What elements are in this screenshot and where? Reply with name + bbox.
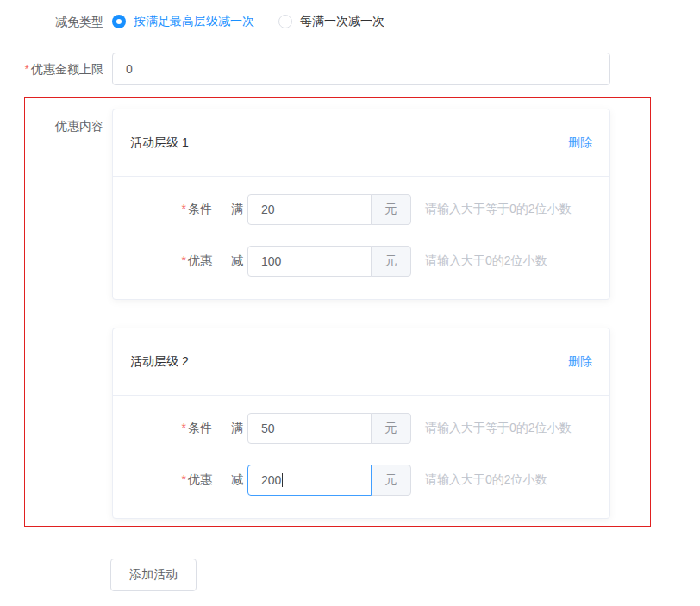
discount-row: *优惠 减 100 元 请输入大于0的2位小数 [130, 246, 592, 277]
input-hint: 请输入大于等于0的2位小数 [425, 421, 572, 436]
condition-label: *条件 [130, 202, 212, 217]
input-hint: 请输入大于0的2位小数 [425, 472, 547, 488]
reduction-type-row: 减免类型 按满足最高层级减一次 每满一次减一次 [0, 13, 700, 30]
discount-amount-input-focused[interactable]: 200 [247, 465, 372, 496]
discount-prefix: 减 [231, 253, 243, 269]
reduction-type-label: 减免类型 [0, 13, 103, 30]
condition-prefix: 满 [231, 202, 243, 217]
required-asterisk: * [25, 62, 29, 76]
required-asterisk: * [182, 421, 186, 434]
max-discount-input[interactable]: 0 [112, 53, 610, 85]
text-cursor [282, 473, 283, 487]
unit-yuan-addon: 元 [371, 194, 411, 225]
required-asterisk: * [182, 202, 186, 216]
tier-title: 活动层级 2 [130, 354, 189, 370]
radio-option-every-time[interactable]: 每满一次减一次 [278, 14, 384, 29]
discount-content-section: 优惠内容 活动层级 1 删除 *条件 满 20 元 [24, 97, 651, 527]
delete-tier-link[interactable]: 删除 [568, 135, 592, 151]
max-discount-row: *优惠金额上限 0 [0, 53, 700, 85]
max-discount-value: 0 [126, 62, 133, 76]
discount-prefix: 减 [231, 472, 243, 488]
required-asterisk: * [182, 472, 186, 486]
add-activity-button[interactable]: 添加活动 [110, 559, 197, 591]
delete-tier-link[interactable]: 删除 [568, 354, 592, 370]
condition-row: *条件 满 50 元 请输入大于等于0的2位小数 [130, 413, 592, 444]
condition-amount-input[interactable]: 20 [247, 194, 372, 225]
tier-title: 活动层级 1 [130, 135, 189, 151]
condition-prefix: 满 [231, 421, 243, 436]
discount-label: *优惠 [130, 472, 212, 488]
radio-option-highest-tier[interactable]: 按满足最高层级减一次 [112, 14, 254, 29]
tier-card-1: 活动层级 1 删除 *条件 满 20 元 请输入大于等于0的2位小数 [112, 109, 610, 300]
condition-row: *条件 满 20 元 请输入大于等于0的2位小数 [130, 194, 592, 225]
radio-checked-icon [112, 15, 126, 28]
reduction-type-radio-group: 按满足最高层级减一次 每满一次减一次 [112, 13, 384, 30]
discount-content-label: 优惠内容 [25, 109, 103, 519]
promotion-form-page: 减免类型 按满足最高层级减一次 每满一次减一次 *优惠金额上限 0 优惠内容 [0, 0, 700, 606]
unit-yuan-addon: 元 [371, 465, 411, 496]
radio-unchecked-icon [278, 15, 292, 28]
condition-label: *条件 [130, 421, 212, 436]
input-hint: 请输入大于等于0的2位小数 [425, 202, 572, 217]
discount-amount-input[interactable]: 100 [247, 246, 372, 277]
unit-yuan-addon: 元 [371, 246, 411, 277]
radio-option-label: 每满一次减一次 [300, 14, 384, 29]
unit-yuan-addon: 元 [371, 413, 411, 444]
required-asterisk: * [182, 253, 186, 267]
radio-option-label: 按满足最高层级减一次 [134, 14, 254, 29]
condition-amount-input[interactable]: 50 [247, 413, 372, 444]
input-hint: 请输入大于0的2位小数 [425, 253, 547, 269]
tier-card-2: 活动层级 2 删除 *条件 满 50 元 请输入大于等于0的2位小数 [112, 328, 610, 519]
radio-dot [116, 19, 122, 24]
discount-row: *优惠 减 200 元 请输入大于0的2位小数 [130, 465, 592, 496]
max-discount-label: *优惠金额上限 [0, 60, 103, 78]
discount-label: *优惠 [130, 253, 212, 269]
